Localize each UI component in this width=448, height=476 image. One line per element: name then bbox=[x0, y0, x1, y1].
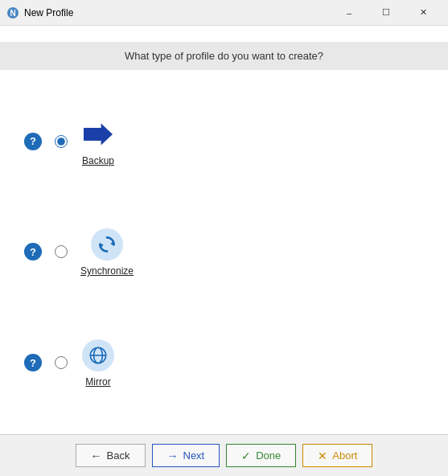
backup-option-row: ? Backup bbox=[24, 110, 424, 173]
backup-label: Backup bbox=[82, 155, 114, 166]
synchronize-label: Synchronize bbox=[80, 265, 134, 277]
mirror-label: Mirror bbox=[85, 376, 110, 388]
svg-text:N: N bbox=[10, 9, 15, 18]
titlebar: N New Profile – ☐ ✕ bbox=[0, 0, 448, 26]
next-label: Next bbox=[183, 449, 205, 462]
done-icon: ✓ bbox=[241, 450, 251, 462]
backup-help-button[interactable]: ? bbox=[24, 133, 42, 150]
backup-icon bbox=[80, 117, 116, 152]
abort-label: Abort bbox=[332, 449, 357, 462]
synchronize-icon bbox=[89, 227, 125, 262]
window-title: New Profile bbox=[24, 7, 331, 18]
question-bar: What type of profile do you want to crea… bbox=[0, 42, 448, 70]
abort-button[interactable]: ✕ Abort bbox=[302, 444, 372, 467]
question-text: What type of profile do you want to crea… bbox=[125, 50, 323, 62]
mirror-icon-label: Mirror bbox=[80, 338, 116, 388]
mirror-help-button[interactable]: ? bbox=[24, 354, 42, 371]
mirror-option-row: ? Mirror bbox=[24, 331, 424, 394]
options-area: ? Backup ? bbox=[0, 70, 448, 434]
window-controls: – ☐ ✕ bbox=[331, 0, 442, 26]
app-icon: N bbox=[6, 6, 19, 19]
maximize-button[interactable]: ☐ bbox=[368, 0, 405, 26]
mirror-icon bbox=[80, 338, 116, 373]
minimize-button[interactable]: – bbox=[331, 0, 368, 26]
next-button[interactable]: → Next bbox=[152, 444, 220, 467]
synchronize-icon-label: Synchronize bbox=[80, 227, 134, 277]
synchronize-radio[interactable] bbox=[55, 245, 68, 258]
back-button[interactable]: ← Back bbox=[76, 444, 146, 467]
done-button[interactable]: ✓ Done bbox=[226, 444, 296, 467]
svg-marker-3 bbox=[110, 241, 113, 247]
backup-icon-label: Backup bbox=[80, 117, 116, 166]
done-label: Done bbox=[256, 449, 281, 462]
synchronize-option-row: ? Synchronize bbox=[24, 220, 424, 283]
backup-radio[interactable] bbox=[55, 135, 68, 148]
synchronize-help-button[interactable]: ? bbox=[24, 243, 42, 261]
abort-icon: ✕ bbox=[318, 450, 327, 462]
main-content: What type of profile do you want to crea… bbox=[0, 26, 448, 434]
back-label: Back bbox=[107, 449, 130, 462]
mirror-radio[interactable] bbox=[55, 356, 68, 369]
close-button[interactable]: ✕ bbox=[405, 0, 442, 26]
next-icon: → bbox=[167, 450, 179, 462]
svg-marker-2 bbox=[84, 123, 113, 145]
footer-bar: ← Back → Next ✓ Done ✕ Abort bbox=[0, 434, 448, 476]
svg-marker-4 bbox=[100, 243, 103, 248]
back-icon: ← bbox=[91, 450, 102, 462]
